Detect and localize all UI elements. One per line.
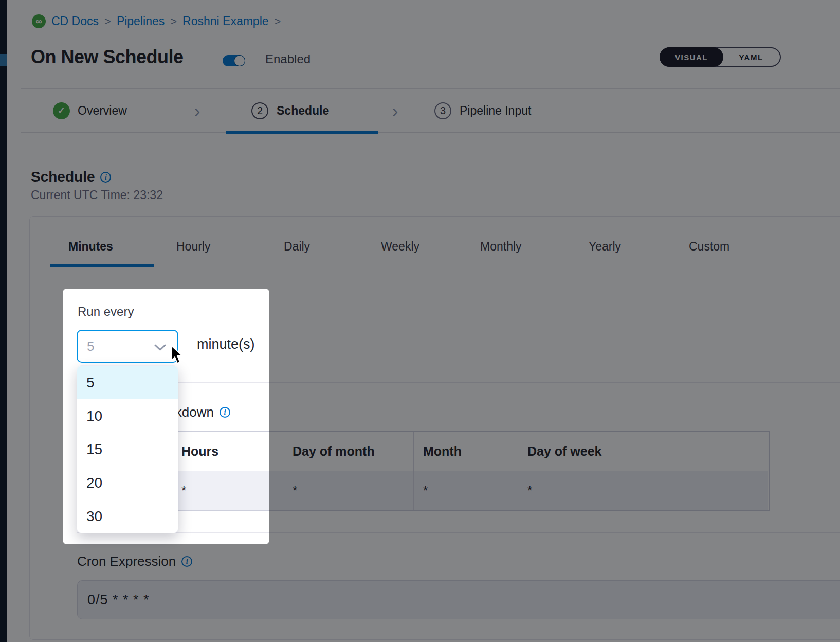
breadcrumb-separator-icon: > [170, 15, 177, 28]
run-every-select-value: 5 [87, 338, 94, 354]
run-every-label: Run every [78, 305, 134, 319]
chevron-right-icon: › [392, 102, 398, 119]
table-value-hours: * [172, 471, 283, 510]
yaml-button[interactable]: YAML [722, 48, 780, 66]
enabled-toggle[interactable] [223, 55, 245, 66]
visual-button[interactable]: VISUAL [660, 47, 723, 67]
toggle-knob [234, 56, 245, 66]
breadcrumb-separator-icon: > [104, 15, 111, 28]
table-header-hours: Hours [172, 432, 283, 471]
tab-yearly[interactable]: Yearly [589, 240, 621, 254]
breadcrumb: ∞ CD Docs > Pipelines > Roshni Example > [32, 14, 281, 28]
wizard-step-schedule[interactable]: 2 Schedule [251, 89, 329, 132]
pipeline-icon: ∞ [32, 14, 46, 28]
breadcrumb-link-pipelines[interactable]: Pipelines [117, 14, 165, 28]
dropdown-option-15[interactable]: 15 [77, 433, 178, 466]
active-tab-underline [50, 264, 154, 267]
info-icon[interactable]: i [220, 407, 230, 418]
table-value-month: * [414, 471, 518, 510]
step-label-overview: Overview [78, 104, 127, 118]
info-icon[interactable]: i [100, 172, 111, 183]
wizard-step-pipeline-input[interactable]: 3 Pipeline Input [434, 89, 531, 132]
active-step-underline [226, 131, 378, 134]
cron-expression-value: 0/5 * * * * [87, 592, 150, 608]
table-value-day-of-month: * [283, 471, 414, 510]
left-nav-rail[interactable] [0, 0, 7, 642]
chevron-down-icon [154, 344, 166, 353]
tab-minutes[interactable]: Minutes [68, 240, 113, 254]
section-divider [77, 382, 840, 383]
trigger-schedule-screen: ∞ CD Docs > Pipelines > Roshni Example >… [0, 0, 840, 642]
table-header-day-of-month: Day of month [283, 432, 414, 471]
dropdown-option-10[interactable]: 10 [77, 399, 178, 433]
cron-expression-input[interactable]: 0/5 * * * * [77, 580, 840, 619]
breadcrumb-link-roshni-example[interactable]: Roshni Example [182, 14, 268, 28]
section-divider [77, 532, 840, 533]
tab-custom[interactable]: Custom [689, 240, 729, 254]
expression-breakdown-table: Hours Day of month Month Day of week * *… [77, 431, 770, 511]
run-every-unit-label: minute(s) [197, 336, 255, 352]
breadcrumb-separator-icon: > [275, 15, 281, 28]
current-utc-time: Current UTC Time: 23:32 [31, 188, 163, 202]
step-chevron-icon: › [392, 89, 398, 132]
cron-expression-text: Cron Expression [77, 554, 176, 569]
nav-active-indicator [0, 54, 7, 66]
tab-hourly[interactable]: Hourly [176, 240, 210, 254]
wizard-step-overview[interactable]: ✓ Overview [53, 89, 127, 132]
chevron-right-icon: › [194, 102, 200, 119]
mouse-cursor-icon [170, 345, 186, 367]
tab-daily[interactable]: Daily [284, 240, 310, 254]
run-every-dropdown-menu: 5 10 15 20 30 [77, 365, 178, 533]
step-number-2: 2 [251, 102, 268, 119]
step-label-schedule: Schedule [277, 104, 329, 118]
page-title: On New Schedule [31, 46, 184, 68]
table-value-day-of-week: * [518, 471, 768, 510]
wizard-step-bar: ✓ Overview › 2 Schedule › 3 Pipeline Inp… [21, 88, 840, 133]
visual-yaml-toggle[interactable]: VISUAL YAML [660, 47, 781, 67]
step-complete-check-icon: ✓ [53, 102, 70, 119]
run-every-select[interactable]: 5 [77, 330, 178, 363]
cron-expression-label: Cron Expression i [77, 554, 192, 569]
tab-monthly[interactable]: Monthly [480, 240, 522, 254]
schedule-section-heading: Schedule i [31, 169, 111, 185]
step-number-3: 3 [434, 102, 451, 119]
schedule-heading-text: Schedule [31, 169, 95, 185]
table-header-day-of-week: Day of week [518, 432, 768, 471]
enabled-label: Enabled [265, 52, 311, 66]
step-chevron-icon: › [194, 89, 200, 132]
table-header-month: Month [414, 432, 518, 471]
step-label-pipeline-input: Pipeline Input [460, 104, 531, 118]
dropdown-option-5[interactable]: 5 [77, 366, 178, 399]
dropdown-option-30[interactable]: 30 [77, 500, 178, 533]
breadcrumb-link-cd-docs[interactable]: CD Docs [51, 14, 99, 28]
tab-weekly[interactable]: Weekly [381, 240, 419, 254]
info-icon[interactable]: i [181, 556, 192, 567]
dropdown-option-20[interactable]: 20 [77, 466, 178, 500]
